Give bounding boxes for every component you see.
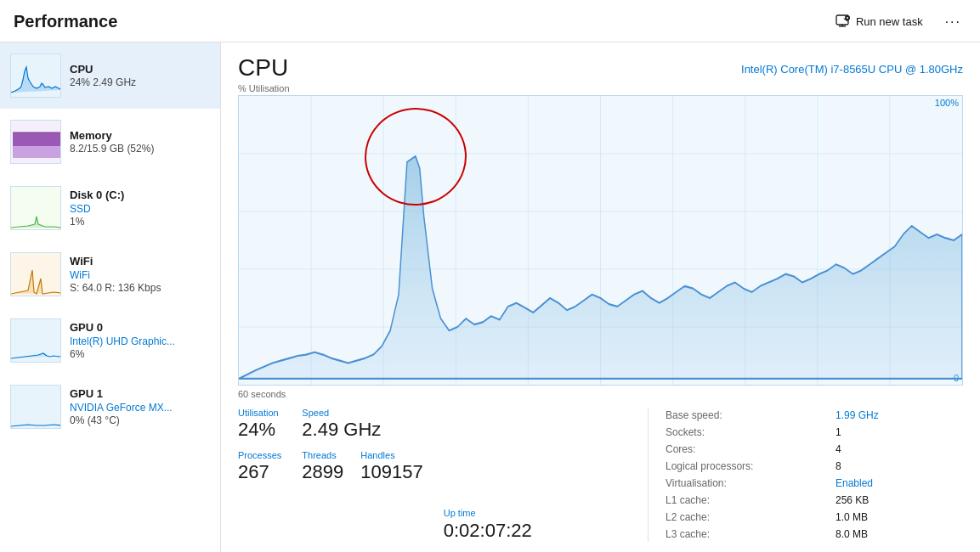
threads-label: Threads <box>302 450 343 460</box>
disk-mini-chart <box>10 186 61 230</box>
cpu-info-table: Base speed: 1.99 GHz Sockets: 1 Cores: 4… <box>666 408 963 542</box>
memory-mini-chart <box>10 120 61 164</box>
sidebar-item-disk[interactable]: Disk 0 (C:) SSD 1% <box>0 175 220 241</box>
run-new-task-label: Run new task <box>856 15 923 28</box>
gpu1-sidebar-name: GPU 1 <box>70 387 210 400</box>
stats-divider <box>648 408 649 542</box>
memory-sidebar-value: 8.2/15.9 GB (52%) <box>70 143 210 155</box>
handles-stat: Handles 109157 <box>360 450 422 482</box>
threads-stat: Threads 2899 <box>302 450 343 482</box>
gpu1-sidebar-value: 0% (43 °C) <box>70 414 210 426</box>
main-layout: CPU 24% 2.49 GHz Memory 8.2/15.9 GB (52%… <box>0 42 980 552</box>
wifi-sidebar-info: WiFi WiFi S: 64.0 R: 136 Kbps <box>70 255 210 294</box>
speed-stat: Speed 2.49 GHz <box>302 408 422 440</box>
page-title: Performance <box>14 12 117 31</box>
wifi-sidebar-name: WiFi <box>70 255 210 268</box>
cpu-sidebar-info: CPU 24% 2.49 GHz <box>70 63 210 88</box>
content-area: CPU Intel(R) Core(TM) i7-8565U CPU @ 1.8… <box>221 42 980 552</box>
sidebar-item-memory[interactable]: Memory 8.2/15.9 GB (52%) <box>0 109 220 175</box>
utilisation-stat: Utilisation 24% <box>238 408 281 440</box>
uptime-value: 0:02:07:22 <box>444 520 532 542</box>
sidebar-item-gpu0[interactable]: GPU 0 Intel(R) UHD Graphic... 6% <box>0 307 220 374</box>
logical-value: 8 <box>836 459 963 474</box>
gpu1-sidebar-info: GPU 1 NVIDIA GeForce MX... 0% (43 °C) <box>70 387 210 426</box>
run-new-task-button[interactable]: Run new task <box>829 11 930 33</box>
run-task-icon <box>836 14 851 30</box>
disk-sidebar-name: Disk 0 (C:) <box>70 189 210 201</box>
handles-value: 109157 <box>360 462 422 482</box>
cpu-mini-chart <box>10 54 61 98</box>
sidebar-item-wifi[interactable]: WiFi WiFi S: 64.0 R: 136 Kbps <box>0 241 220 307</box>
utilisation-value: 24% <box>238 420 281 440</box>
processes-label: Processes <box>238 450 281 460</box>
memory-sidebar-info: Memory 8.2/15.9 GB (52%) <box>70 129 210 155</box>
gpu1-sidebar-sub: NVIDIA GeForce MX... <box>70 402 210 414</box>
processes-value: 267 <box>238 462 281 482</box>
base-speed-value: 1.99 GHz <box>836 408 963 423</box>
stats-section: Utilisation 24% Processes 267 Speed 2.49… <box>238 408 963 542</box>
wifi-mini-chart <box>10 252 61 296</box>
cpu-chart: 100% 0 <box>238 95 963 386</box>
l2-value: 1.0 MB <box>836 510 963 525</box>
disk-sidebar-sub: SSD <box>70 203 210 215</box>
sidebar-item-cpu[interactable]: CPU 24% 2.49 GHz <box>0 42 220 109</box>
wifi-sidebar-value: S: 64.0 R: 136 Kbps <box>70 282 210 294</box>
cores-label: Cores: <box>666 442 836 457</box>
utilisation-label: Utilisation <box>238 408 281 418</box>
header-actions: Run new task ··· <box>829 11 966 33</box>
disk-sidebar-value: 1% <box>70 216 210 228</box>
l1-value: 256 KB <box>836 493 963 508</box>
content-title: CPU <box>238 56 288 80</box>
sockets-value: 1 <box>836 425 963 440</box>
l1-label: L1 cache: <box>666 493 836 508</box>
cpu-chart-svg <box>239 96 962 385</box>
l3-value: 8.0 MB <box>836 527 963 542</box>
gpu1-mini-chart <box>10 385 61 429</box>
l3-label: L3 cache: <box>666 527 836 542</box>
header: Performance Run new task ··· <box>0 0 980 42</box>
content-header: CPU Intel(R) Core(TM) i7-8565U CPU @ 1.8… <box>238 56 963 80</box>
cpu-sidebar-value: 24% 2.49 GHz <box>70 76 210 88</box>
sidebar-item-gpu1[interactable]: GPU 1 NVIDIA GeForce MX... 0% (43 °C) <box>0 374 220 440</box>
virtualisation-label: Virtualisation: <box>666 476 836 491</box>
virtualisation-value: Enabled <box>836 476 963 491</box>
chart-time-labels: 60 seconds <box>238 389 963 399</box>
utilisation-axis-label: % Utilisation <box>238 83 963 93</box>
processes-stat: Processes 267 <box>238 450 281 482</box>
cpu-sidebar-name: CPU <box>70 63 210 76</box>
gpu0-sidebar-value: 6% <box>70 348 210 360</box>
more-options-button[interactable]: ··· <box>940 11 966 33</box>
gpu0-sidebar-name: GPU 0 <box>70 321 210 334</box>
uptime-label: Up time <box>444 508 532 518</box>
wifi-sidebar-sub: WiFi <box>70 269 210 281</box>
speed-value: 2.49 GHz <box>302 420 422 440</box>
gpu0-sidebar-info: GPU 0 Intel(R) UHD Graphic... 6% <box>70 321 210 360</box>
handles-label: Handles <box>360 450 422 460</box>
speed-label: Speed <box>302 408 422 418</box>
base-speed-label: Base speed: <box>666 408 836 423</box>
uptime-stat: Up time 0:02:07:22 <box>444 508 532 542</box>
svg-rect-8 <box>13 132 60 146</box>
l2-label: L2 cache: <box>666 510 836 525</box>
chart-time-start: 60 seconds <box>238 389 286 399</box>
threads-value: 2899 <box>302 462 343 482</box>
cores-value: 4 <box>836 442 963 457</box>
logical-label: Logical processors: <box>666 459 836 474</box>
sidebar: CPU 24% 2.49 GHz Memory 8.2/15.9 GB (52%… <box>0 42 221 552</box>
disk-sidebar-info: Disk 0 (C:) SSD 1% <box>70 189 210 228</box>
memory-sidebar-name: Memory <box>70 129 210 142</box>
content-subtitle: Intel(R) Core(TM) i7-8565U CPU @ 1.80GHz <box>741 63 963 76</box>
gpu0-mini-chart <box>10 318 61 363</box>
sockets-label: Sockets: <box>666 425 836 440</box>
gpu0-sidebar-sub: Intel(R) UHD Graphic... <box>70 335 210 347</box>
stats-left: Utilisation 24% Processes 267 Speed 2.49… <box>238 408 631 542</box>
